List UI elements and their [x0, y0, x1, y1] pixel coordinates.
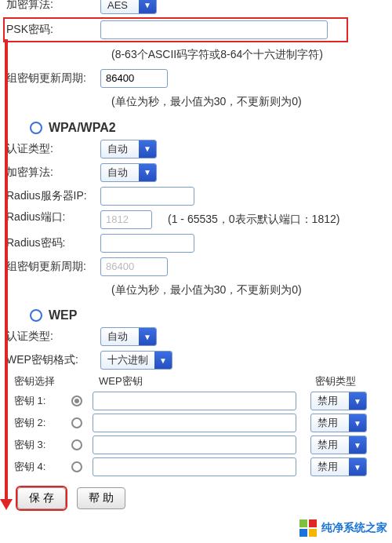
wep-key-type-select[interactable]: 禁用▼	[310, 435, 367, 454]
radius-pwd-label: Radius密码:	[6, 236, 100, 250]
wep-radio[interactable]	[30, 309, 42, 322]
help-button[interactable]: 帮 助	[77, 487, 125, 509]
psk-encrypt-algo-label: 加密算法:	[6, 0, 100, 12]
wpa-auth-type-select[interactable]: 自动 ▼	[100, 140, 157, 159]
wpa-auth-type-label: 认证类型:	[6, 142, 100, 156]
chevron-down-icon: ▼	[349, 458, 366, 476]
radius-pwd-input[interactable]	[100, 234, 194, 253]
wpa-radio[interactable]	[30, 122, 42, 134]
wep-key-type-value: 禁用	[311, 414, 349, 432]
wpa-group-key-hint: (单位为秒，最小值为30，不更新则为0)	[111, 281, 386, 300]
psk-encrypt-algo-select[interactable]: AES ▼	[100, 0, 157, 14]
psk-password-label: PSK密码:	[6, 23, 100, 37]
wpa-group-key-label: 组密钥更新周期:	[6, 260, 100, 274]
wep-key-type-value: 禁用	[311, 392, 349, 410]
wep-key-radio[interactable]	[71, 395, 82, 406]
chevron-down-icon: ▼	[349, 436, 366, 454]
wep-key-format-select[interactable]: 十六进制 ▼	[100, 351, 172, 370]
psk-group-key-label: 组密钥更新周期:	[6, 71, 100, 86]
wep-key-row: 密钥 3:禁用▼	[14, 435, 381, 454]
wpa-section-title[interactable]: WPA/WPA2	[30, 121, 386, 135]
wpa-group-key-input[interactable]	[100, 257, 168, 276]
watermark-text: 纯净系统之家	[321, 521, 387, 535]
watermark-logo-icon	[299, 519, 317, 537]
wpa-title-text: WPA/WPA2	[49, 121, 116, 135]
wep-header-row: 密钥选择 WEP密钥 密钥类型	[14, 374, 386, 388]
wep-key-type-select[interactable]: 禁用▼	[310, 457, 367, 476]
wpa-encrypt-algo-label: 加密算法:	[6, 166, 100, 180]
wep-key-radio[interactable]	[71, 417, 82, 428]
wpa-encrypt-algo-value: 自动	[101, 164, 139, 181]
wep-key-type-select[interactable]: 禁用▼	[310, 414, 367, 432]
chevron-down-icon: ▼	[139, 164, 156, 181]
wep-key-type-value: 禁用	[311, 458, 349, 476]
psk-encrypt-algo-value: AES	[101, 0, 139, 13]
psk-password-input[interactable]	[100, 20, 328, 39]
wpa-encrypt-algo-select[interactable]: 自动 ▼	[100, 163, 157, 182]
wep-key-input[interactable]	[93, 392, 296, 410]
wep-section-title[interactable]: WEP	[30, 308, 386, 323]
radius-ip-label: Radius服务器IP:	[6, 189, 100, 203]
psk-group-key-input[interactable]	[100, 69, 168, 88]
psk-password-row: PSK密码:	[5, 19, 347, 41]
chevron-down-icon: ▼	[349, 392, 366, 410]
wep-auth-type-value: 自动	[101, 328, 139, 345]
wep-key-row: 密钥 1:禁用▼	[14, 392, 381, 410]
wep-header-type: 密钥类型	[315, 374, 386, 388]
wpa-auth-type-value: 自动	[101, 140, 139, 158]
wep-key-label: 密钥 3:	[14, 438, 61, 452]
wep-key-input[interactable]	[93, 435, 296, 454]
psk-group-key-hint: (单位为秒，最小值为30，不更新则为0)	[111, 93, 386, 111]
chevron-down-icon: ▼	[139, 0, 156, 13]
wep-auth-type-label: 认证类型:	[6, 330, 100, 344]
watermark: 纯净系统之家	[299, 519, 387, 537]
wep-key-format-value: 十六进制	[101, 352, 154, 369]
save-button[interactable]: 保 存	[17, 487, 66, 509]
wep-header-select: 密钥选择	[14, 374, 99, 388]
chevron-down-icon: ▼	[139, 328, 156, 345]
chevron-down-icon: ▼	[349, 414, 366, 432]
wep-key-label: 密钥 2:	[14, 416, 61, 430]
radius-port-input[interactable]	[100, 210, 152, 229]
radius-port-hint: (1 - 65535，0表示默认端口：1812)	[168, 213, 339, 227]
wep-key-label: 密钥 1:	[14, 394, 61, 408]
wep-key-row: 密钥 4:禁用▼	[14, 457, 381, 476]
chevron-down-icon: ▼	[154, 352, 172, 369]
wep-auth-type-select[interactable]: 自动 ▼	[100, 327, 157, 346]
wep-key-row: 密钥 2:禁用▼	[14, 414, 381, 432]
wep-key-radio[interactable]	[71, 461, 82, 472]
wep-key-input[interactable]	[93, 457, 296, 476]
wep-key-type-select[interactable]: 禁用▼	[310, 392, 367, 410]
wep-title-text: WEP	[49, 308, 77, 323]
psk-password-hint: (8-63个ASCII码字符或8-64个十六进制字符)	[111, 46, 386, 64]
wep-header-key: WEP密钥	[99, 374, 315, 388]
radius-ip-input[interactable]	[100, 187, 194, 206]
radius-port-label: Radius端口:	[6, 210, 100, 224]
wep-key-format-label: WEP密钥格式:	[6, 353, 100, 367]
wep-key-type-value: 禁用	[311, 436, 349, 454]
wep-key-input[interactable]	[93, 414, 296, 432]
annotation-arrow	[5, 39, 8, 499]
chevron-down-icon: ▼	[139, 140, 156, 158]
wep-key-radio[interactable]	[71, 439, 82, 450]
wep-key-label: 密钥 4:	[14, 460, 61, 474]
